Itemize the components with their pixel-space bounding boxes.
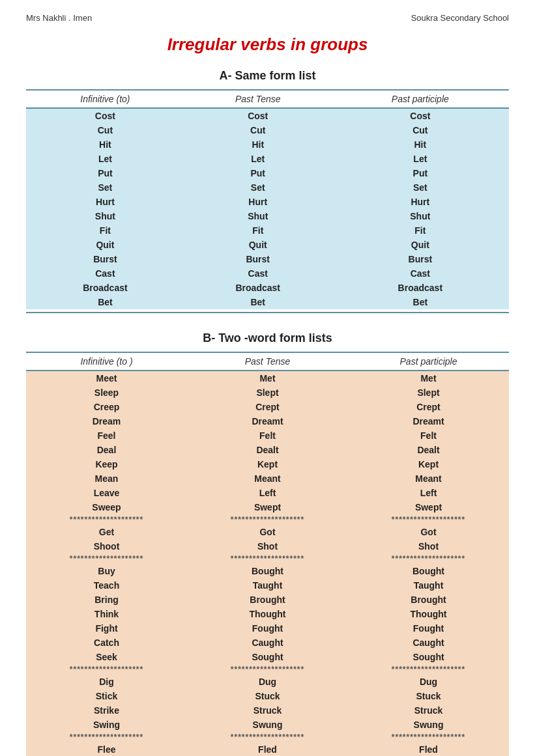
table-row: Put	[26, 166, 184, 180]
table-row: Bring	[26, 593, 187, 607]
table-row: Catch	[26, 636, 187, 650]
table-row: Hit	[332, 137, 509, 152]
table-row: Meant	[187, 471, 348, 486]
table-row: Met	[187, 371, 348, 385]
separator-row: ********************	[187, 553, 348, 564]
table-row: Felt	[348, 428, 509, 443]
table-row: Caught	[187, 636, 348, 650]
table-row: Kept	[187, 457, 348, 471]
separator-row: ********************	[348, 553, 509, 564]
section-a-table: Infinitive (to) Past Tense Past particip…	[26, 89, 509, 313]
table-row: Stick	[26, 689, 187, 703]
table-row: Seek	[26, 650, 187, 664]
separator-row: ********************	[26, 732, 187, 742]
table-row: Bet	[184, 295, 332, 309]
table-row: Dreamt	[348, 414, 509, 428]
table-row: Let	[26, 152, 184, 166]
col-infinitive-a: Infinitive (to)	[26, 90, 184, 108]
table-row: Slept	[348, 385, 509, 400]
col-past-participle-b: Past participle	[348, 352, 509, 371]
table-row: Swung	[187, 718, 348, 732]
separator-row: ********************	[26, 664, 187, 675]
col-past-tense-b: Past Tense	[187, 352, 348, 371]
table-row: Set	[332, 180, 509, 195]
table-row: Sweep	[26, 500, 187, 514]
table-row: Cut	[184, 123, 332, 137]
table-row: Fit	[332, 223, 509, 238]
table-row: Hurt	[184, 195, 332, 209]
table-row: Let	[332, 152, 509, 166]
col-infinitive-b: Infinitive (to )	[26, 352, 187, 371]
table-row: Think	[26, 607, 187, 621]
table-row: Slept	[187, 385, 348, 400]
table-row: Shut	[26, 209, 184, 223]
header-right: Soukra Secondary School	[411, 13, 509, 23]
separator-row: ********************	[187, 664, 348, 675]
table-row: Broadcast	[26, 281, 184, 295]
table-row: Burst	[184, 252, 332, 266]
table-row: Thought	[348, 607, 509, 621]
separator-row: ********************	[26, 553, 187, 564]
table-row: Struck	[187, 703, 348, 718]
table-row: Buy	[26, 564, 187, 578]
table-row: Fled	[348, 742, 509, 756]
table-row: Teach	[26, 578, 187, 593]
table-row: Cut	[332, 123, 509, 137]
table-row: Shut	[332, 209, 509, 223]
table-row: Taught	[348, 578, 509, 593]
table-row: Cast	[26, 266, 184, 281]
main-title: Irregular verbs in groups	[26, 35, 509, 55]
table-row: Fought	[348, 621, 509, 636]
table-row: Cut	[26, 123, 184, 137]
table-row: Dug	[348, 675, 509, 689]
table-row: Crept	[348, 400, 509, 414]
table-row: Quit	[26, 238, 184, 252]
table-row: Thought	[187, 607, 348, 621]
table-row: Set	[184, 180, 332, 195]
table-row: Feel	[26, 428, 187, 443]
table-row: Fought	[187, 621, 348, 636]
table-row: Dug	[187, 675, 348, 689]
table-row: Quit	[332, 238, 509, 252]
table-row: Struck	[348, 703, 509, 718]
table-row: Felt	[187, 428, 348, 443]
table-row: Cost	[184, 108, 332, 123]
table-row: Meet	[26, 371, 187, 385]
table-row: Got	[348, 525, 509, 539]
section-b-title: B- Two -word form lists	[26, 331, 509, 345]
table-row: Cast	[332, 266, 509, 281]
table-row: Kept	[348, 457, 509, 471]
table-row: Swept	[348, 500, 509, 514]
table-row: Shot	[187, 539, 348, 553]
separator-row: ********************	[348, 664, 509, 675]
table-row: Quit	[184, 238, 332, 252]
table-row: Shoot	[26, 539, 187, 553]
table-row: Dream	[26, 414, 187, 428]
header-left: Mrs Nakhli . Imen	[26, 13, 92, 23]
table-row: Hit	[26, 137, 184, 152]
table-row: Set	[26, 180, 184, 195]
table-row: Deal	[26, 443, 187, 457]
table-row: Got	[187, 525, 348, 539]
table-row: Swept	[187, 500, 348, 514]
table-row: Hurt	[26, 195, 184, 209]
section-b-table: Infinitive (to ) Past Tense Past partici…	[26, 352, 509, 756]
table-row: Taught	[187, 578, 348, 593]
table-row: Dealt	[348, 443, 509, 457]
table-row: Put	[184, 166, 332, 180]
table-row: Shot	[348, 539, 509, 553]
table-row: Swing	[26, 718, 187, 732]
table-row: Hurt	[332, 195, 509, 209]
table-row: Get	[26, 525, 187, 539]
table-row: Fled	[187, 742, 348, 756]
table-row: Left	[187, 486, 348, 500]
table-row: Sought	[348, 650, 509, 664]
table-row: Stuck	[348, 689, 509, 703]
table-row: Burst	[332, 252, 509, 266]
table-row: Hit	[184, 137, 332, 152]
table-row: Let	[184, 152, 332, 166]
table-row: Crept	[187, 400, 348, 414]
table-row: Cost	[26, 108, 184, 123]
table-row: Fit	[26, 223, 184, 238]
table-row: Burst	[26, 252, 184, 266]
